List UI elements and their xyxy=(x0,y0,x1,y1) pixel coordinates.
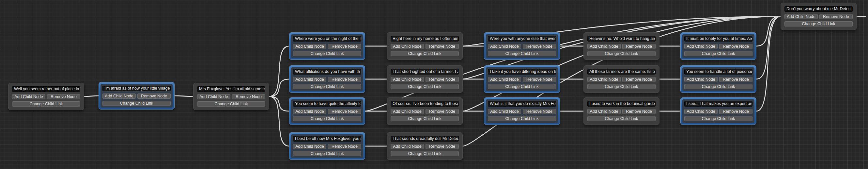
change-child-link-button[interactable]: Change Child Link xyxy=(293,84,361,89)
add-child-node-button[interactable]: Add Child Node xyxy=(391,77,424,82)
change-child-link-button[interactable]: Change Child Link xyxy=(587,116,656,121)
node-title-field[interactable]: What affiliations do you have with th xyxy=(293,69,361,75)
change-child-link-button[interactable]: Change Child Link xyxy=(293,151,361,156)
node-title-field[interactable]: Well you seem rather out of place in t xyxy=(12,86,80,92)
add-child-node-button[interactable]: Add Child Node xyxy=(391,109,424,114)
add-child-node-button[interactable]: Add Child Node xyxy=(587,77,621,82)
graph-canvas[interactable]: Well you seem rather out of place in tAd… xyxy=(0,0,868,169)
add-child-node-button[interactable]: Add Child Node xyxy=(391,44,424,49)
remove-node-button[interactable]: Remove Node xyxy=(719,77,752,82)
node-title-field[interactable]: You seem to handle a lot of poisonou xyxy=(684,69,752,75)
remove-node-button[interactable]: Remove Node xyxy=(622,44,656,49)
dialogue-node-q6[interactable]: I take it you have differing ideas on hA… xyxy=(484,65,560,93)
node-title-field[interactable]: Right here in my home as I often am. xyxy=(391,36,459,41)
node-title-field[interactable]: All these farmers are the same. Its be xyxy=(587,69,656,75)
dialogue-node-q5[interactable]: Were you with anyone else that everAdd C… xyxy=(484,32,560,60)
dialogue-node-q7[interactable]: What is it that you do exactly Mrs FoAdd… xyxy=(484,97,560,125)
edge-n2-to-q3[interactable] xyxy=(269,96,289,111)
change-child-link-button[interactable]: Change Child Link xyxy=(391,51,459,56)
add-child-node-button[interactable]: Add Child Node xyxy=(197,94,230,100)
node-title-field[interactable]: That sounds dreadfully dull Mr Detec xyxy=(391,136,459,142)
add-child-node-button[interactable]: Add Child Node xyxy=(488,77,521,82)
add-child-node-button[interactable]: Add Child Node xyxy=(784,14,818,19)
node-title-field[interactable]: What is it that you do exactly Mrs Fo xyxy=(488,101,556,107)
remove-node-button[interactable]: Remove Node xyxy=(719,44,752,49)
change-child-link-button[interactable]: Change Child Link xyxy=(587,84,656,89)
dialogue-node-q9[interactable]: You seem to handle a lot of poisonouAdd … xyxy=(680,65,756,93)
node-title-field[interactable]: Mrs Foxglove. Yes I'm afraid some ra xyxy=(197,86,265,92)
add-child-node-button[interactable]: Add Child Node xyxy=(488,109,521,114)
change-child-link-button[interactable]: Change Child Link xyxy=(197,101,265,107)
dialogue-node-q3[interactable]: You seem to have quite the affinity foAd… xyxy=(289,97,365,125)
node-title-field[interactable]: I take it you have differing ideas on h xyxy=(488,69,556,75)
dialogue-node-a5[interactable]: Heavens no. Who'd want to hang aroAdd Ch… xyxy=(584,32,659,60)
remove-node-button[interactable]: Remove Node xyxy=(137,93,170,99)
dialogue-node-n1[interactable]: I'm afraid as of now your little village… xyxy=(98,82,175,110)
remove-node-button[interactable]: Remove Node xyxy=(819,14,852,19)
remove-node-button[interactable]: Remove Node xyxy=(426,77,459,82)
change-child-link-button[interactable]: Change Child Link xyxy=(488,84,556,89)
dialogue-node-a6[interactable]: All these farmers are the same. Its beAd… xyxy=(584,65,659,93)
add-child-node-button[interactable]: Add Child Node xyxy=(102,93,136,99)
dialogue-node-q2[interactable]: What affiliations do you have with thAdd… xyxy=(289,65,365,93)
add-child-node-button[interactable]: Add Child Node xyxy=(293,144,326,149)
remove-node-button[interactable]: Remove Node xyxy=(328,77,361,82)
remove-node-button[interactable]: Remove Node xyxy=(523,77,556,82)
edge-n2-to-q2[interactable] xyxy=(269,79,289,96)
dialogue-node-a4[interactable]: That sounds dreadfully dull Mr DetecAdd … xyxy=(387,132,463,160)
node-title-field[interactable]: I'm afraid as of now your little village xyxy=(102,86,170,91)
add-child-node-button[interactable]: Add Child Node xyxy=(488,44,521,49)
dialogue-node-q10[interactable]: I see... That makes you an expert aroAdd… xyxy=(680,97,756,125)
dialogue-node-a7[interactable]: I used to work in the botanical gardeAdd… xyxy=(584,97,659,125)
add-child-node-button[interactable]: Add Child Node xyxy=(684,109,718,114)
remove-node-button[interactable]: Remove Node xyxy=(622,77,656,82)
change-child-link-button[interactable]: Change Child Link xyxy=(391,151,459,156)
node-title-field[interactable]: I see... That makes you an expert aro xyxy=(684,101,752,107)
change-child-link-button[interactable]: Change Child Link xyxy=(784,21,852,26)
add-child-node-button[interactable]: Add Child Node xyxy=(587,109,621,114)
remove-node-button[interactable]: Remove Node xyxy=(523,109,556,114)
node-title-field[interactable]: It must be lonely for you at times. Are xyxy=(684,36,752,41)
remove-node-button[interactable]: Remove Node xyxy=(523,44,556,49)
add-child-node-button[interactable]: Add Child Node xyxy=(391,144,424,149)
remove-node-button[interactable]: Remove Node xyxy=(426,44,459,49)
remove-node-button[interactable]: Remove Node xyxy=(328,109,361,114)
add-child-node-button[interactable]: Add Child Node xyxy=(587,44,621,49)
change-child-link-button[interactable]: Change Child Link xyxy=(587,51,656,56)
add-child-node-button[interactable]: Add Child Node xyxy=(12,94,45,100)
change-child-link-button[interactable]: Change Child Link xyxy=(102,101,170,106)
node-title-field[interactable]: Heavens no. Who'd want to hang aro xyxy=(587,36,656,41)
add-child-node-button[interactable]: Add Child Node xyxy=(293,44,326,49)
node-title-field[interactable]: That short sighted oaf of a farmer. I a xyxy=(391,69,459,75)
remove-node-button[interactable]: Remove Node xyxy=(47,94,80,100)
change-child-link-button[interactable]: Change Child Link xyxy=(684,51,752,56)
change-child-link-button[interactable]: Change Child Link xyxy=(488,51,556,56)
edge-n0-to-n1[interactable] xyxy=(84,96,98,96)
change-child-link-button[interactable]: Change Child Link xyxy=(488,116,556,121)
dialogue-node-a2[interactable]: That short sighted oaf of a farmer. I aA… xyxy=(387,65,463,93)
change-child-link-button[interactable]: Change Child Link xyxy=(391,116,459,121)
add-child-node-button[interactable]: Add Child Node xyxy=(293,109,326,114)
node-title-field[interactable]: Where were you on the night of the n xyxy=(293,36,361,41)
node-title-field[interactable]: Of course, I've been tending to these xyxy=(391,101,459,107)
remove-node-button[interactable]: Remove Node xyxy=(622,109,656,114)
change-child-link-button[interactable]: Change Child Link xyxy=(391,84,459,89)
change-child-link-button[interactable]: Change Child Link xyxy=(684,116,752,121)
node-title-field[interactable]: I used to work in the botanical garde xyxy=(587,101,656,107)
add-child-node-button[interactable]: Add Child Node xyxy=(684,77,718,82)
remove-node-button[interactable]: Remove Node xyxy=(328,144,361,149)
change-child-link-button[interactable]: Change Child Link xyxy=(12,101,80,107)
change-child-link-button[interactable]: Change Child Link xyxy=(293,51,361,56)
dialogue-node-q8[interactable]: It must be lonely for you at times. AreA… xyxy=(680,32,756,60)
edge-q3-to-final[interactable] xyxy=(365,16,780,111)
dialogue-node-a3[interactable]: Of course, I've been tending to theseAdd… xyxy=(387,97,463,125)
change-child-link-button[interactable]: Change Child Link xyxy=(684,84,752,89)
add-child-node-button[interactable]: Add Child Node xyxy=(293,77,326,82)
edge-q10-to-final[interactable] xyxy=(756,16,780,111)
node-title-field[interactable]: I best be off now Mrs Foxglove, you s xyxy=(293,136,361,142)
remove-node-button[interactable]: Remove Node xyxy=(426,109,459,114)
dialogue-node-a1[interactable]: Right here in my home as I often am.Add … xyxy=(387,32,463,60)
node-title-field[interactable]: Don't you worry about me Mr Detect xyxy=(784,6,852,12)
dialogue-node-q1[interactable]: Where were you on the night of the nAdd … xyxy=(289,32,365,60)
remove-node-button[interactable]: Remove Node xyxy=(426,144,459,149)
